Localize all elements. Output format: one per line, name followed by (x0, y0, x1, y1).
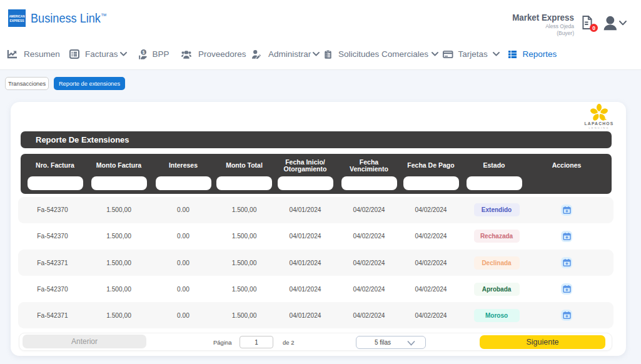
svg-text:LAPACHOS: LAPACHOS (584, 121, 613, 126)
svg-text:$: $ (143, 49, 145, 54)
svg-text:EXPRESS: EXPRESS (10, 19, 24, 23)
svg-text:AMERICAN: AMERICAN (9, 14, 25, 18)
svg-text:LENDING: LENDING (588, 126, 609, 129)
